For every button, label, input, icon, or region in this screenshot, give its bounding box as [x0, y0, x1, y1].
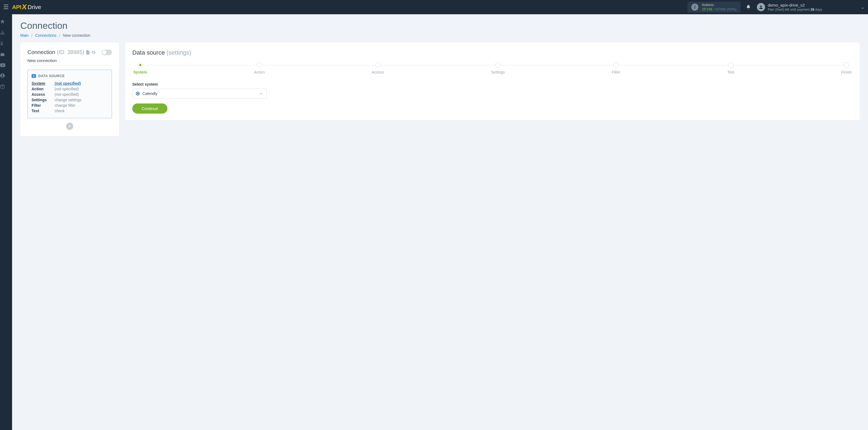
data-source-settings-card: Data source (settings) System Action Acc… — [125, 42, 860, 120]
nav-help-icon[interactable] — [0, 84, 12, 89]
actions-quota[interactable]: i Actions: 25'156 / 50'000 (50%) — [687, 2, 740, 12]
step-finish[interactable]: Finish — [841, 62, 851, 74]
system-select-value: Calendly — [143, 91, 256, 96]
connection-summary-card: Connection (ID: 38985) New connection 1 … — [20, 42, 119, 136]
step-filter[interactable]: Filter — [612, 62, 620, 74]
nav-home-icon[interactable] — [0, 19, 12, 24]
source-heading-label: DATA SOURCE — [38, 74, 64, 78]
actions-used: 25'156 — [702, 7, 712, 11]
row-test-val: check — [55, 109, 65, 113]
select-system-label: Select system — [132, 82, 852, 87]
chevron-down-icon — [259, 92, 263, 95]
document-icon[interactable] — [86, 50, 90, 55]
avatar-icon — [757, 3, 765, 11]
nav-video-icon[interactable] — [0, 63, 12, 67]
data-source-title: Data source (settings) — [132, 49, 852, 56]
system-select[interactable]: Calendly — [132, 89, 267, 98]
step-test[interactable]: Test — [727, 62, 734, 74]
row-access-key: Access — [32, 92, 51, 97]
step-dot-icon — [728, 62, 734, 68]
svg-rect-13 — [87, 53, 88, 54]
user-menu[interactable]: demo_apix-drive_s2 Plan |Start| left unt… — [757, 3, 822, 11]
info-icon: i — [691, 4, 699, 11]
source-badge: 1 — [32, 74, 36, 78]
breadcrumb-main[interactable]: Main — [20, 33, 29, 38]
actions-label: Actions: — [702, 3, 736, 7]
gear-icon[interactable] — [91, 50, 96, 55]
main-content: Connection Main / Connections / New conn… — [12, 14, 868, 143]
svg-rect-4 — [4, 34, 4, 35]
row-access-val: (not specified) — [55, 92, 79, 97]
step-settings[interactable]: Settings — [491, 62, 505, 74]
chevron-down-icon[interactable]: ⌄ — [861, 4, 865, 10]
svg-rect-5 — [1, 54, 4, 56]
add-destination-button[interactable]: + — [66, 123, 73, 130]
svg-rect-3 — [2, 34, 3, 35]
step-dot-icon — [137, 62, 143, 68]
data-source-block[interactable]: 1 DATA SOURCE System (not specified) Act… — [27, 70, 112, 118]
row-filter-key: Filter — [32, 103, 51, 108]
row-action-val: (not specified) — [55, 87, 79, 91]
nav-briefcase-icon[interactable] — [0, 52, 12, 57]
sidebar — [0, 14, 12, 143]
step-dot-icon — [613, 62, 619, 68]
step-dot-icon — [495, 62, 500, 68]
continue-button[interactable]: Continue — [132, 103, 167, 114]
row-test-key: Test — [32, 109, 51, 113]
step-access[interactable]: Access — [372, 62, 384, 74]
svg-rect-2 — [1, 34, 1, 35]
user-plan: Plan |Start| left until payment 26 days — [768, 8, 822, 11]
row-settings-key: Settings — [32, 98, 51, 102]
top-bar: ☰ APIXDrive i Actions: 25'156 / 50'000 (… — [0, 0, 868, 14]
actions-total: / 50'000 — [713, 7, 726, 11]
step-dot-icon — [256, 62, 262, 68]
radio-icon — [136, 92, 140, 95]
svg-rect-12 — [87, 53, 89, 53]
row-settings-val: change settings — [55, 98, 82, 102]
actions-percent: (50%) — [727, 7, 737, 11]
step-system[interactable]: System — [133, 62, 147, 74]
step-dot-icon — [844, 62, 849, 68]
row-system-val[interactable]: (not specified) — [55, 81, 81, 86]
nav-billing-icon[interactable] — [0, 41, 12, 46]
connection-name[interactable]: New connection — [27, 58, 112, 65]
row-filter-val: change filter — [55, 103, 75, 108]
bell-icon[interactable] — [746, 5, 751, 10]
user-name: demo_apix-drive_s2 — [768, 3, 822, 8]
svg-point-8 — [2, 74, 3, 76]
row-action-key: Action — [32, 87, 51, 91]
breadcrumb: Main / Connections / New connection — [20, 33, 860, 38]
connection-enabled-toggle[interactable] — [101, 50, 112, 55]
menu-icon[interactable]: ☰ — [3, 4, 9, 11]
connection-id: (ID: 38985) — [57, 49, 84, 55]
breadcrumb-connections[interactable]: Connections — [35, 33, 57, 38]
breadcrumb-current: New connection — [63, 33, 91, 38]
svg-rect-1 — [2, 31, 3, 32]
svg-point-0 — [760, 5, 762, 7]
svg-rect-11 — [87, 52, 89, 52]
connection-heading: Connection — [27, 49, 55, 55]
step-dot-icon — [375, 62, 381, 68]
page-title: Connection — [20, 20, 860, 31]
nav-profile-icon[interactable] — [0, 73, 12, 78]
logo[interactable]: APIXDrive — [12, 3, 41, 11]
nav-connections-icon[interactable] — [0, 30, 12, 35]
step-action[interactable]: Action — [254, 62, 265, 74]
row-system-key: System — [32, 81, 51, 86]
wizard-stepper: System Action Access Settings Filter — [132, 62, 852, 74]
